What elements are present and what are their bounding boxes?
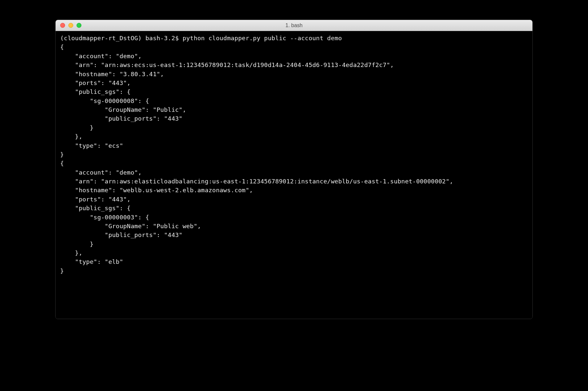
output-line: "account": "demo", bbox=[60, 169, 142, 176]
output-line: "hostname": "3.80.3.41", bbox=[60, 71, 164, 77]
output-line: "account": "demo", bbox=[60, 53, 142, 60]
output-line: "ports": "443", bbox=[60, 196, 130, 203]
output-line: "public_sgs": { bbox=[60, 205, 130, 212]
output-line: } bbox=[60, 124, 94, 131]
maximize-icon[interactable] bbox=[77, 23, 81, 28]
output-line: "type": "elb" bbox=[60, 258, 123, 265]
output-line: "public_sgs": { bbox=[60, 88, 130, 95]
output-line: "type": "ecs" bbox=[60, 142, 123, 149]
output-line: "arn": "arn:aws:ecs:us-east-1:1234567890… bbox=[60, 61, 394, 68]
output-line: { bbox=[60, 43, 64, 50]
shell-prompt: (cloudmapper-rt_DstOG) bash-3.2$ bbox=[60, 35, 182, 42]
output-line: "GroupName": "Public web", bbox=[60, 223, 201, 230]
window-titlebar[interactable]: 1. bash bbox=[56, 20, 532, 31]
output-line: }, bbox=[60, 249, 82, 256]
minimize-icon[interactable] bbox=[68, 23, 73, 28]
terminal-body[interactable]: (cloudmapper-rt_DstOG) bash-3.2$ python … bbox=[56, 31, 532, 319]
output-line: "ports": "443", bbox=[60, 79, 130, 86]
output-line: "GroupName": "Public", bbox=[60, 106, 186, 113]
output-line: }, bbox=[60, 133, 82, 140]
shell-command: python cloudmapper.py public --account d… bbox=[182, 35, 342, 42]
output-line: } bbox=[60, 151, 64, 158]
close-icon[interactable] bbox=[60, 23, 65, 28]
output-line: { bbox=[60, 160, 64, 167]
output-line: "hostname": "weblb.us-west-2.elb.amazona… bbox=[60, 187, 253, 194]
output-line: "public_ports": "443" bbox=[60, 115, 182, 122]
output-line: "sg-00000008": { bbox=[60, 97, 149, 104]
terminal-window: 1. bash (cloudmapper-rt_DstOG) bash-3.2$… bbox=[55, 20, 533, 319]
traffic-lights bbox=[56, 23, 81, 28]
output-line: "sg-00000003": { bbox=[60, 214, 149, 221]
output-line: "arn": "arn:aws:elasticloadbalancing:us-… bbox=[60, 178, 453, 185]
output-line: } bbox=[60, 241, 94, 247]
output-line: "public_ports": "443" bbox=[60, 231, 182, 238]
window-title: 1. bash bbox=[56, 23, 532, 28]
output-line: } bbox=[60, 267, 64, 274]
